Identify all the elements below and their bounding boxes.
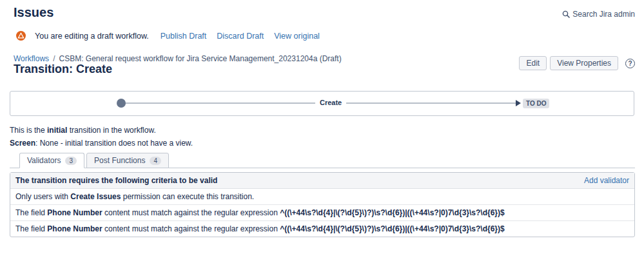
help-icon[interactable]: ? [625,59,635,68]
add-validator-link[interactable]: Add validator [584,176,629,185]
tab-count-badge: 4 [150,157,161,165]
row-bold: Phone Number [47,224,102,233]
transition-title: Transition: Create [14,63,112,76]
status-lozenge-todo: TO DO [523,99,549,108]
breadcrumb-workflows-link[interactable]: Workflows [14,54,49,63]
edit-button[interactable]: Edit [519,56,547,70]
breadcrumb: Workflows/CSBM: General request workflow… [14,54,342,63]
search-icon [562,10,570,18]
workflow-diagram: Create TO DO [10,91,634,116]
search-admin-button[interactable]: Search Jira admin [562,10,635,19]
view-properties-button[interactable]: View Properties [550,56,618,70]
validator-row: The field Phone Number content must matc… [10,221,634,237]
row-bold: Create Issues [70,192,121,201]
note-text: transition in the workflow. [67,126,155,135]
validators-table-header: The transition requires the following cr… [10,173,634,189]
row-text: The field [15,208,47,217]
tab-label: Post Functions [94,156,145,165]
discard-draft-link[interactable]: Discard Draft [217,32,264,41]
publish-draft-link[interactable]: Publish Draft [161,32,207,41]
row-text: The field [15,224,47,233]
validators-header-text: The transition requires the following cr… [15,176,217,185]
transition-label: Create [315,99,346,106]
note-bold: initial [47,126,67,135]
breadcrumb-current: CSBM: General request workflow for Jira … [59,54,341,63]
validator-row: Only users with Create Issues permission… [10,189,634,205]
view-original-link[interactable]: View original [274,32,320,41]
page-actions: Edit View Properties ? [519,56,635,70]
tab-bar: Validators 3 Post Functions 4 [10,153,635,168]
initial-transition-note: This is the initial transition in the wo… [10,126,156,135]
validators-table: The transition requires the following cr… [10,172,635,237]
row-text: content must match against the regular e… [102,208,280,217]
draft-banner-message: You are editing a draft workflow. [35,32,149,41]
row-regex: ^((\+44\s?\d{4}|\(?\d{5}\)?)\s?\d{6})|((… [280,224,505,233]
note-bold: Screen [10,139,35,148]
page-title: Issues [14,5,54,20]
search-label: Search Jira admin [572,10,635,19]
note-text: This is the [10,126,47,135]
tab-post-functions[interactable]: Post Functions 4 [86,153,169,168]
row-regex: ^((\+44\s?\d{4}|\(?\d{5}\)?)\s?\d{6})|((… [280,208,505,217]
screen-note: Screen: None - initial transition does n… [10,139,193,148]
note-text: : None - initial transition does not hav… [35,139,193,148]
initial-node-icon [117,99,126,108]
row-text: Only users with [15,192,70,201]
tab-validators[interactable]: Validators 3 [19,153,84,168]
validator-row: The field Phone Number content must matc… [10,205,634,221]
row-text: permission can execute this transition. [121,192,254,201]
tab-count-badge: 3 [65,157,77,165]
row-bold: Phone Number [47,208,102,217]
transition-arrow-icon [516,100,521,106]
breadcrumb-separator: / [53,54,55,63]
tab-label: Validators [27,156,61,165]
draft-banner: You are editing a draft workflow. Publis… [16,31,330,41]
row-text: content must match against the regular e… [102,224,280,233]
warning-icon [16,31,26,41]
